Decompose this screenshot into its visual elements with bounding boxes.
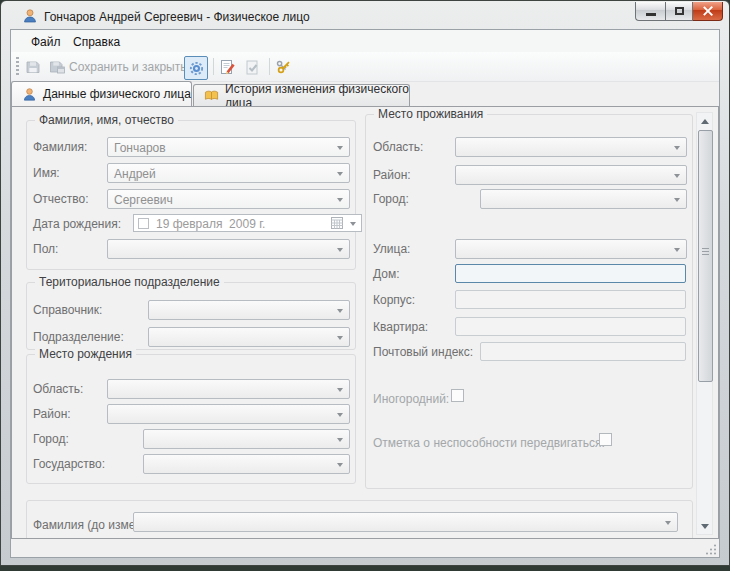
keys-icon	[275, 59, 292, 76]
birth-country-combo[interactable]	[143, 454, 350, 474]
apartment-input[interactable]	[455, 317, 686, 336]
directory-label: Справочник:	[33, 303, 102, 317]
person-icon	[22, 8, 38, 24]
menu-file[interactable]: Файл	[25, 33, 67, 51]
postal-code-label: Почтовый индекс:	[373, 345, 473, 359]
scrollbar-thumb[interactable]	[698, 130, 713, 382]
last-name-value: Гончаров	[114, 141, 166, 155]
previous-last-name-combo[interactable]	[133, 512, 678, 532]
residence-region-combo[interactable]	[455, 137, 687, 157]
first-name-value: Андрей	[114, 167, 156, 181]
division-combo[interactable]	[148, 327, 350, 347]
birth-city-label: Город:	[33, 432, 69, 446]
check-document-icon	[244, 59, 261, 76]
settings-toggle-button[interactable]	[184, 56, 208, 80]
toolbar-separator	[213, 58, 214, 75]
access-keys-button[interactable]	[275, 56, 292, 78]
chevron-down-icon	[337, 198, 343, 202]
arrow-down-icon	[701, 524, 709, 529]
close-icon	[703, 6, 713, 16]
window-title: Гончаров Андрей Сергеевич - Физическое л…	[44, 10, 310, 24]
tab-label: Данные физического лица	[43, 87, 191, 101]
last-name-label: Фамилия:	[33, 140, 87, 154]
chevron-down-icon	[674, 248, 680, 252]
house-input[interactable]	[455, 264, 686, 283]
chevron-down-icon	[337, 172, 343, 176]
menu-bar: Файл Справка	[11, 30, 719, 52]
birth-region-label: Область:	[33, 382, 83, 396]
chevron-down-icon	[337, 336, 343, 340]
maximize-button[interactable]	[665, 2, 693, 21]
birth-date-checkbox[interactable]	[138, 218, 149, 229]
residence-city-combo[interactable]	[480, 189, 687, 209]
group-birth-place-title: Место рождения	[35, 347, 136, 361]
group-territorial-title: Териториальное подразделение	[35, 275, 224, 289]
save-and-close-icon	[49, 59, 65, 75]
nonresident-checkbox[interactable]	[451, 389, 464, 402]
last-name-combo[interactable]: Гончаров	[107, 137, 350, 157]
chevron-down-icon	[337, 146, 343, 150]
chevron-down-icon	[674, 198, 680, 202]
birth-date-picker[interactable]: 19 февраля 2009 г.	[133, 214, 362, 232]
group-fio-title: Фамилия, имя, отчество	[35, 113, 178, 127]
gender-combo[interactable]	[107, 239, 350, 259]
birth-region-combo[interactable]	[107, 379, 350, 399]
first-name-label: Имя:	[33, 166, 60, 180]
scroll-down-button[interactable]	[697, 518, 712, 534]
building-label: Корпус:	[373, 293, 415, 307]
toolbar-grip[interactable]	[16, 57, 19, 75]
birth-date-label: Дата рождения:	[33, 217, 121, 231]
book-icon	[204, 88, 219, 103]
gender-label: Пол:	[33, 242, 58, 256]
street-label: Улица:	[373, 242, 410, 256]
chevron-down-icon	[350, 222, 356, 226]
tab-change-history[interactable]: История изменения физического лица	[193, 84, 410, 106]
chevron-down-icon	[337, 438, 343, 442]
building-input[interactable]	[455, 290, 686, 309]
postal-code-input[interactable]	[480, 342, 686, 361]
nonresident-label: Иногородний:	[373, 392, 449, 406]
gear-icon	[189, 61, 204, 76]
person-icon	[22, 87, 37, 102]
street-combo[interactable]	[455, 239, 687, 259]
calendar-icon	[331, 217, 343, 229]
maximize-icon	[675, 7, 684, 15]
resize-grip[interactable]	[705, 543, 717, 555]
save-and-close-label: Сохранить и закрыть	[69, 60, 186, 74]
client-area: Файл Справка	[10, 29, 720, 558]
arrow-up-icon	[701, 119, 709, 124]
minimize-button[interactable]	[635, 2, 665, 21]
save-and-close-button[interactable]: Сохранить и закрыть	[49, 56, 186, 78]
group-residence-title: Место проживания	[374, 107, 487, 121]
chevron-down-icon	[337, 388, 343, 392]
division-label: Подразделение:	[33, 330, 124, 344]
house-label: Дом:	[373, 267, 400, 281]
middle-name-combo[interactable]: Сергеевич	[107, 189, 350, 209]
edit-button[interactable]	[219, 56, 236, 78]
scroll-up-button[interactable]	[697, 113, 712, 129]
save-icon	[25, 59, 41, 75]
toolbar-separator	[269, 58, 270, 75]
menu-help[interactable]: Справка	[67, 33, 126, 51]
minimize-icon	[646, 13, 656, 16]
chevron-down-icon	[674, 146, 680, 150]
residence-district-label: Район:	[373, 168, 411, 182]
middle-name-value: Сергеевич	[114, 193, 173, 207]
vertical-scrollbar[interactable]	[696, 112, 713, 535]
desktop: Гончаров Андрей Сергеевич - Физическое л…	[0, 0, 730, 571]
residence-district-combo[interactable]	[455, 165, 687, 185]
immobility-checkbox[interactable]	[599, 433, 612, 446]
titlebar[interactable]: Гончаров Андрей Сергеевич - Физическое л…	[2, 2, 728, 30]
birth-city-combo[interactable]	[143, 429, 350, 449]
first-name-combo[interactable]: Андрей	[107, 163, 350, 183]
birth-country-label: Государство:	[33, 457, 105, 471]
chevron-down-icon	[674, 174, 680, 178]
verify-button[interactable]	[244, 56, 261, 78]
close-button[interactable]	[693, 2, 723, 21]
birth-district-combo[interactable]	[107, 404, 350, 424]
save-button[interactable]	[25, 56, 41, 78]
toolbar: Сохранить и закрыть	[11, 52, 719, 82]
directory-combo[interactable]	[148, 300, 350, 320]
app-window: Гончаров Андрей Сергеевич - Физическое л…	[0, 0, 730, 566]
tab-person-data[interactable]: Данные физического лица	[11, 81, 192, 106]
